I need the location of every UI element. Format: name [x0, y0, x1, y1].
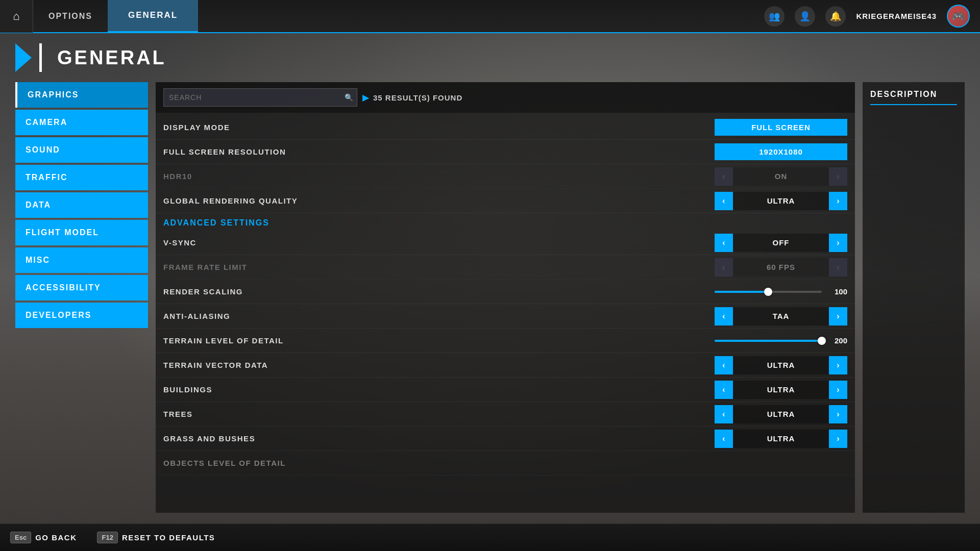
frame-rate-arrow: ‹ 60 FPS › — [715, 258, 847, 277]
sidebar-item-sound[interactable]: SOUND — [15, 137, 148, 163]
resolution-value[interactable]: 1920X1080 — [715, 143, 847, 160]
objects-lod-label: OBJECTS LEVEL OF DETAIL — [163, 459, 715, 467]
vsync-value: OFF — [733, 234, 829, 252]
sidebar-item-data[interactable]: DATA — [15, 192, 148, 218]
render-scaling-label: RENDER SCALING — [163, 287, 715, 296]
notifications-icon[interactable]: 🔔 — [825, 6, 846, 27]
trees-right-btn[interactable]: › — [829, 405, 847, 423]
sidebar-item-traffic[interactable]: TRAFFIC — [15, 165, 148, 190]
grass-bushes-left-btn[interactable]: ‹ — [715, 430, 733, 448]
home-button[interactable]: ⌂ — [0, 0, 33, 33]
terrain-vector-left-btn[interactable]: ‹ — [715, 356, 733, 374]
hdr10-label: HDR10 — [163, 172, 715, 181]
rendering-quality-label: GLOBAL RENDERING QUALITY — [163, 196, 715, 205]
description-title: DESCRIPTION — [870, 90, 957, 105]
trees-left-btn[interactable]: ‹ — [715, 405, 733, 423]
sidebar-item-accessibility[interactable]: ACCESSIBILITY — [15, 275, 148, 300]
sidebar: GRAPHICS CAMERA SOUND TRAFFIC DATA FLIGH… — [15, 82, 148, 513]
frame-rate-control: ‹ 60 FPS › — [715, 258, 847, 277]
advanced-settings-header: ADVANCED SETTINGS — [156, 213, 855, 231]
frame-rate-right-btn[interactable]: › — [829, 258, 847, 277]
hdr10-control: ‹ ON › — [715, 167, 847, 186]
setting-objects-lod: OBJECTS LEVEL OF DETAIL — [156, 451, 855, 475]
community-icon[interactable]: 👥 — [764, 6, 785, 27]
search-input-wrap: 🔍 — [163, 88, 357, 107]
back-button[interactable]: Esc GO BACK — [10, 532, 77, 543]
render-scaling-fill — [715, 291, 768, 293]
setting-rendering-quality: GLOBAL RENDERING QUALITY ‹ ULTRA › — [156, 189, 855, 213]
terrain-vector-label: TERRAIN VECTOR DATA — [163, 361, 715, 369]
title-icon-wrap — [15, 43, 50, 72]
back-label: GO BACK — [35, 533, 77, 542]
terrain-vector-right-btn[interactable]: › — [829, 356, 847, 374]
render-scaling-slider: 100 — [715, 287, 847, 296]
profile-icon[interactable]: 👤 — [795, 6, 815, 27]
grass-bushes-right-btn[interactable]: › — [829, 430, 847, 448]
trees-control: ‹ ULTRA › — [715, 405, 847, 423]
vsync-left-btn[interactable]: ‹ — [715, 234, 733, 252]
terrain-lod-thumb[interactable] — [818, 337, 826, 345]
general-tab[interactable]: GENERAL — [108, 0, 198, 33]
rendering-quality-left-btn[interactable]: ‹ — [715, 192, 733, 210]
sidebar-item-flight-model[interactable]: FLIGHT MODEL — [15, 220, 148, 245]
resolution-control: 1920X1080 — [715, 143, 847, 160]
settings-panel: 🔍 ▶ 35 RESULT(S) FOUND DISPLAY MODE FULL… — [156, 82, 855, 513]
reset-button[interactable]: F12 RESET TO DEFAULTS — [97, 532, 215, 543]
terrain-vector-control: ‹ ULTRA › — [715, 356, 847, 374]
anti-aliasing-control: ‹ TAA › — [715, 307, 847, 325]
title-chevron-icon — [15, 43, 32, 72]
avatar[interactable]: 🎮 — [947, 5, 970, 28]
buildings-arrow: ‹ ULTRA › — [715, 381, 847, 399]
rendering-quality-control: ‹ ULTRA › — [715, 192, 847, 210]
anti-aliasing-right-btn[interactable]: › — [829, 307, 847, 325]
vsync-right-btn[interactable]: › — [829, 234, 847, 252]
setting-anti-aliasing: ANTI-ALIASING ‹ TAA › — [156, 304, 855, 329]
buildings-right-btn[interactable]: › — [829, 381, 847, 399]
rendering-quality-right-btn[interactable]: › — [829, 192, 847, 210]
render-scaling-thumb[interactable] — [764, 288, 772, 296]
trees-label: TREES — [163, 410, 715, 418]
hdr10-value: ON — [733, 167, 829, 186]
sidebar-item-misc[interactable]: MISC — [15, 247, 148, 273]
hdr10-arrow-control: ‹ ON › — [715, 167, 847, 186]
title-divider — [39, 43, 42, 72]
setting-frame-rate: FRAME RATE LIMIT ‹ 60 FPS › — [156, 255, 855, 280]
hdr10-left-btn[interactable]: ‹ — [715, 167, 733, 186]
sidebar-item-graphics[interactable]: GRAPHICS — [15, 82, 148, 108]
settings-list: DISPLAY MODE FULL SCREEN FULL SCREEN RES… — [156, 113, 855, 513]
home-icon: ⌂ — [13, 10, 19, 23]
resolution-label: FULL SCREEN RESOLUTION — [163, 147, 715, 156]
setting-render-scaling: RENDER SCALING 100 — [156, 280, 855, 304]
search-input[interactable] — [163, 88, 357, 107]
setting-terrain-lod: TERRAIN LEVEL OF DETAIL 200 — [156, 329, 855, 353]
sidebar-item-camera[interactable]: CAMERA — [15, 110, 148, 135]
username-label: KRIEGERAMEISE43 — [856, 12, 937, 20]
setting-hdr10: HDR10 ‹ ON › — [156, 164, 855, 189]
hdr10-right-btn[interactable]: › — [829, 167, 847, 186]
setting-buildings: BUILDINGS ‹ ULTRA › — [156, 378, 855, 402]
buildings-control: ‹ ULTRA › — [715, 381, 847, 399]
page-title: GENERAL — [57, 47, 166, 69]
search-icon[interactable]: 🔍 — [345, 93, 353, 102]
bottombar: Esc GO BACK F12 RESET TO DEFAULTS — [0, 523, 980, 551]
anti-aliasing-left-btn[interactable]: ‹ — [715, 307, 733, 325]
setting-resolution: FULL SCREEN RESOLUTION 1920X1080 — [156, 140, 855, 164]
anti-aliasing-value: TAA — [733, 307, 829, 325]
render-scaling-track — [715, 291, 822, 293]
reset-key: F12 — [97, 532, 117, 543]
display-mode-control: FULL SCREEN — [715, 119, 847, 136]
grass-bushes-label: GRASS AND BUSHES — [163, 434, 715, 443]
sidebar-item-developers[interactable]: DEVELOPERS — [15, 303, 148, 328]
trees-arrow: ‹ ULTRA › — [715, 405, 847, 423]
render-scaling-control: 100 — [715, 287, 847, 296]
setting-display-mode: DISPLAY MODE FULL SCREEN — [156, 115, 855, 140]
buildings-left-btn[interactable]: ‹ — [715, 381, 733, 399]
results-arrow-icon: ▶ — [362, 93, 369, 103]
terrain-lod-control: 200 — [715, 336, 847, 345]
options-label: OPTIONS — [33, 0, 108, 33]
display-mode-label: DISPLAY MODE — [163, 123, 715, 132]
frame-rate-value: 60 FPS — [733, 258, 829, 277]
display-mode-value[interactable]: FULL SCREEN — [715, 119, 847, 136]
frame-rate-left-btn[interactable]: ‹ — [715, 258, 733, 277]
vsync-arrow: ‹ OFF › — [715, 234, 847, 252]
